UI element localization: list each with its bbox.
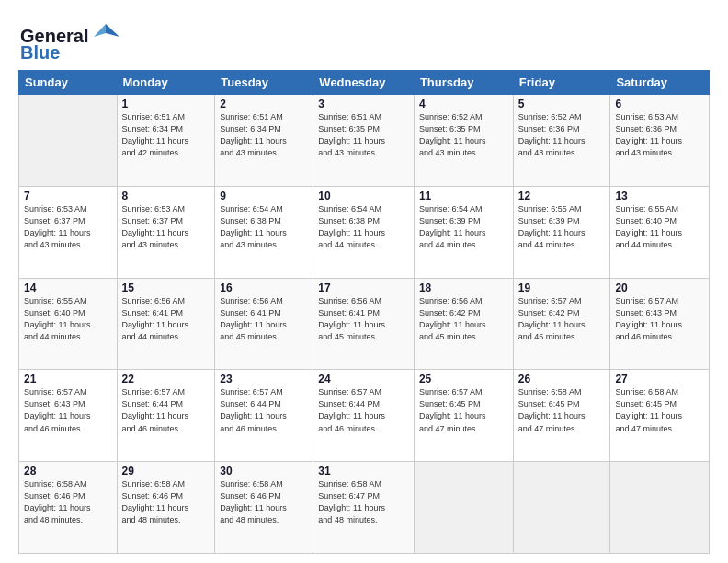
svg-marker-3 xyxy=(94,24,106,37)
day-number: 20 xyxy=(615,282,704,294)
day-number: 29 xyxy=(122,465,210,477)
weekday-tuesday: Tuesday xyxy=(215,71,313,95)
day-info: Sunrise: 6:55 AMSunset: 6:40 PMDaylight:… xyxy=(615,203,704,251)
day-info: Sunrise: 6:57 AMSunset: 6:43 PMDaylight:… xyxy=(24,386,112,434)
day-number: 30 xyxy=(220,465,308,477)
day-info: Sunrise: 6:56 AMSunset: 6:41 PMDaylight:… xyxy=(122,295,210,343)
day-cell: 21Sunrise: 6:57 AMSunset: 6:43 PMDayligh… xyxy=(19,370,118,462)
day-number: 19 xyxy=(518,282,606,294)
day-cell: 5Sunrise: 6:52 AMSunset: 6:36 PMDaylight… xyxy=(513,95,610,187)
day-number: 4 xyxy=(419,98,508,110)
day-info: Sunrise: 6:52 AMSunset: 6:36 PMDaylight:… xyxy=(518,111,606,159)
day-cell xyxy=(513,462,610,554)
day-cell: 1Sunrise: 6:51 AMSunset: 6:34 PMDaylight… xyxy=(117,95,215,187)
weekday-wednesday: Wednesday xyxy=(313,71,415,95)
logo: General Blue xyxy=(18,17,119,61)
day-number: 14 xyxy=(24,282,112,294)
day-cell: 22Sunrise: 6:57 AMSunset: 6:44 PMDayligh… xyxy=(117,370,215,462)
day-number: 25 xyxy=(419,373,508,385)
logo-graphic: General Blue xyxy=(18,17,119,61)
day-info: Sunrise: 6:51 AMSunset: 6:34 PMDaylight:… xyxy=(122,111,210,159)
day-number: 16 xyxy=(220,282,308,294)
day-number: 22 xyxy=(122,373,210,385)
day-number: 7 xyxy=(24,190,112,202)
day-cell: 16Sunrise: 6:56 AMSunset: 6:41 PMDayligh… xyxy=(215,278,313,370)
day-number: 24 xyxy=(318,373,409,385)
svg-text:Blue: Blue xyxy=(20,42,60,61)
day-cell: 9Sunrise: 6:54 AMSunset: 6:38 PMDaylight… xyxy=(215,186,313,278)
day-cell: 30Sunrise: 6:58 AMSunset: 6:46 PMDayligh… xyxy=(215,462,313,554)
day-cell xyxy=(610,462,710,554)
day-number: 6 xyxy=(615,98,704,110)
day-number: 5 xyxy=(518,98,606,110)
day-number: 15 xyxy=(122,282,210,294)
day-info: Sunrise: 6:54 AMSunset: 6:38 PMDaylight:… xyxy=(220,203,308,251)
day-cell: 23Sunrise: 6:57 AMSunset: 6:44 PMDayligh… xyxy=(215,370,313,462)
day-info: Sunrise: 6:57 AMSunset: 6:45 PMDaylight:… xyxy=(419,386,508,434)
day-cell: 15Sunrise: 6:56 AMSunset: 6:41 PMDayligh… xyxy=(117,278,215,370)
day-info: Sunrise: 6:58 AMSunset: 6:46 PMDaylight:… xyxy=(220,478,308,526)
day-info: Sunrise: 6:58 AMSunset: 6:46 PMDaylight:… xyxy=(24,478,112,526)
day-number: 21 xyxy=(24,373,112,385)
week-row-3: 14Sunrise: 6:55 AMSunset: 6:40 PMDayligh… xyxy=(19,278,710,370)
day-cell: 13Sunrise: 6:55 AMSunset: 6:40 PMDayligh… xyxy=(610,186,710,278)
day-info: Sunrise: 6:58 AMSunset: 6:45 PMDaylight:… xyxy=(615,386,704,434)
day-number: 23 xyxy=(220,373,308,385)
day-cell xyxy=(414,462,513,554)
day-info: Sunrise: 6:57 AMSunset: 6:44 PMDaylight:… xyxy=(318,386,409,434)
week-row-1: 1Sunrise: 6:51 AMSunset: 6:34 PMDaylight… xyxy=(19,95,710,187)
day-info: Sunrise: 6:57 AMSunset: 6:42 PMDaylight:… xyxy=(518,295,606,343)
day-info: Sunrise: 6:56 AMSunset: 6:41 PMDaylight:… xyxy=(318,295,409,343)
day-cell: 28Sunrise: 6:58 AMSunset: 6:46 PMDayligh… xyxy=(19,462,118,554)
day-cell: 27Sunrise: 6:58 AMSunset: 6:45 PMDayligh… xyxy=(610,370,710,462)
day-number: 13 xyxy=(615,190,704,202)
day-info: Sunrise: 6:54 AMSunset: 6:39 PMDaylight:… xyxy=(419,203,508,251)
day-info: Sunrise: 6:57 AMSunset: 6:43 PMDaylight:… xyxy=(615,295,704,343)
day-info: Sunrise: 6:58 AMSunset: 6:45 PMDaylight:… xyxy=(518,386,606,434)
day-cell: 25Sunrise: 6:57 AMSunset: 6:45 PMDayligh… xyxy=(414,370,513,462)
day-cell: 7Sunrise: 6:53 AMSunset: 6:37 PMDaylight… xyxy=(19,186,118,278)
weekday-saturday: Saturday xyxy=(610,71,710,95)
day-cell: 12Sunrise: 6:55 AMSunset: 6:39 PMDayligh… xyxy=(513,186,610,278)
day-info: Sunrise: 6:51 AMSunset: 6:34 PMDaylight:… xyxy=(220,111,308,159)
day-cell: 31Sunrise: 6:58 AMSunset: 6:47 PMDayligh… xyxy=(313,462,415,554)
weekday-header-row: SundayMondayTuesdayWednesdayThursdayFrid… xyxy=(19,71,710,95)
day-number: 28 xyxy=(24,465,112,477)
day-cell xyxy=(19,95,118,187)
weekday-sunday: Sunday xyxy=(19,71,118,95)
day-cell: 24Sunrise: 6:57 AMSunset: 6:44 PMDayligh… xyxy=(313,370,415,462)
day-cell: 20Sunrise: 6:57 AMSunset: 6:43 PMDayligh… xyxy=(610,278,710,370)
day-cell: 26Sunrise: 6:58 AMSunset: 6:45 PMDayligh… xyxy=(513,370,610,462)
day-info: Sunrise: 6:54 AMSunset: 6:38 PMDaylight:… xyxy=(318,203,409,251)
day-number: 1 xyxy=(122,98,210,110)
week-row-2: 7Sunrise: 6:53 AMSunset: 6:37 PMDaylight… xyxy=(19,186,710,278)
day-cell: 11Sunrise: 6:54 AMSunset: 6:39 PMDayligh… xyxy=(414,186,513,278)
day-info: Sunrise: 6:57 AMSunset: 6:44 PMDaylight:… xyxy=(220,386,308,434)
day-number: 26 xyxy=(518,373,606,385)
week-row-5: 28Sunrise: 6:58 AMSunset: 6:46 PMDayligh… xyxy=(19,462,710,554)
day-number: 2 xyxy=(220,98,308,110)
day-cell: 10Sunrise: 6:54 AMSunset: 6:38 PMDayligh… xyxy=(313,186,415,278)
day-info: Sunrise: 6:58 AMSunset: 6:47 PMDaylight:… xyxy=(318,478,409,526)
day-number: 10 xyxy=(318,190,409,202)
day-number: 17 xyxy=(318,282,409,294)
week-row-4: 21Sunrise: 6:57 AMSunset: 6:43 PMDayligh… xyxy=(19,370,710,462)
day-number: 3 xyxy=(318,98,409,110)
day-cell: 3Sunrise: 6:51 AMSunset: 6:35 PMDaylight… xyxy=(313,95,415,187)
day-info: Sunrise: 6:57 AMSunset: 6:44 PMDaylight:… xyxy=(122,386,210,434)
page: General Blue SundayMondayTuesdayWednesda… xyxy=(0,0,728,563)
weekday-monday: Monday xyxy=(117,71,215,95)
weekday-friday: Friday xyxy=(513,71,610,95)
day-info: Sunrise: 6:53 AMSunset: 6:36 PMDaylight:… xyxy=(615,111,704,159)
calendar: SundayMondayTuesdayWednesdayThursdayFrid… xyxy=(18,70,710,554)
day-info: Sunrise: 6:53 AMSunset: 6:37 PMDaylight:… xyxy=(24,203,112,251)
day-number: 27 xyxy=(615,373,704,385)
day-number: 8 xyxy=(122,190,210,202)
day-cell: 6Sunrise: 6:53 AMSunset: 6:36 PMDaylight… xyxy=(610,95,710,187)
day-info: Sunrise: 6:56 AMSunset: 6:42 PMDaylight:… xyxy=(419,295,508,343)
day-info: Sunrise: 6:51 AMSunset: 6:35 PMDaylight:… xyxy=(318,111,409,159)
day-cell: 17Sunrise: 6:56 AMSunset: 6:41 PMDayligh… xyxy=(313,278,415,370)
day-cell: 19Sunrise: 6:57 AMSunset: 6:42 PMDayligh… xyxy=(513,278,610,370)
day-cell: 2Sunrise: 6:51 AMSunset: 6:34 PMDaylight… xyxy=(215,95,313,187)
day-info: Sunrise: 6:55 AMSunset: 6:40 PMDaylight:… xyxy=(24,295,112,343)
